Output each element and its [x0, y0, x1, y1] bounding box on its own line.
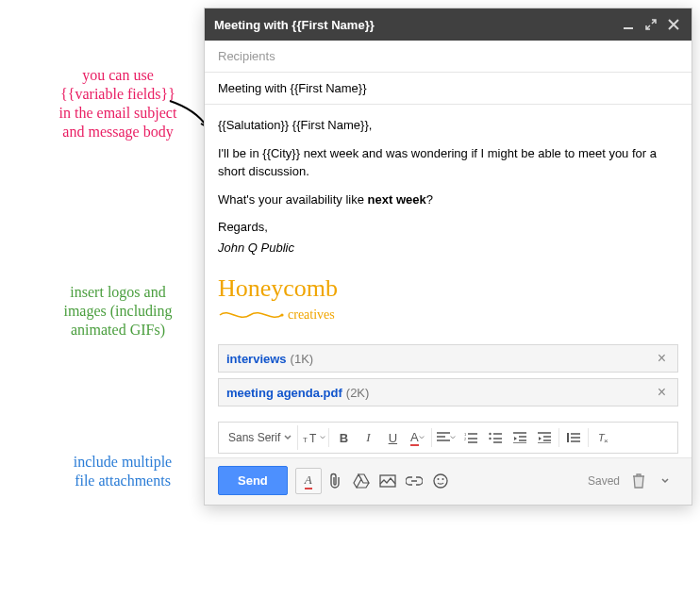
drive-icon	[353, 473, 370, 489]
compose-window: Meeting with {{First Name}} Recipients M…	[204, 8, 692, 506]
emoji-icon	[433, 473, 448, 489]
chevron-down-icon	[419, 435, 425, 440]
logo-image: Honeycomb creatives	[218, 266, 678, 328]
chevron-down-icon	[320, 435, 325, 440]
bottom-toolbar: Send A Saved	[205, 457, 692, 505]
bullet-list-button[interactable]	[483, 425, 508, 450]
subject-field[interactable]: Meeting with {{First Name}}	[205, 73, 692, 105]
attachment-item: meeting agenda.pdf (2K) ×	[218, 378, 678, 406]
quote-button[interactable]	[561, 425, 586, 450]
chevron-down-icon	[450, 435, 456, 440]
svg-point-1	[280, 313, 283, 316]
send-button[interactable]: Send	[218, 466, 288, 495]
svg-text:2: 2	[464, 437, 467, 441]
titlebar: Meeting with {{First Name}}	[205, 8, 692, 41]
annotation-attachments: include multiple file attachments	[47, 453, 198, 490]
attachment-size: (2K)	[346, 386, 370, 400]
annotation-insert-images: insert logos and images (including anima…	[38, 283, 198, 340]
font-family-select[interactable]: Sans Serif	[223, 425, 298, 450]
formatting-toggle-button[interactable]: A	[295, 468, 322, 494]
svg-text:×: ×	[604, 437, 608, 444]
indent-more-button[interactable]	[532, 425, 557, 450]
close-button[interactable]	[665, 16, 682, 33]
format-toolbar: Sans Serif TT B I U A 12 T×	[218, 422, 678, 454]
underline-button[interactable]: U	[380, 425, 405, 450]
window-title: Meeting with {{First Name}}	[214, 18, 614, 32]
link-icon	[406, 476, 423, 486]
attachment-remove-button[interactable]: ×	[654, 385, 670, 400]
swirl-icon	[218, 307, 284, 323]
insert-link-button[interactable]	[401, 468, 427, 494]
attachments-list: interviews (1K) × meeting agenda.pdf (2K…	[205, 340, 692, 418]
attachment-remove-button[interactable]: ×	[654, 351, 670, 366]
message-body[interactable]: {{Salutation}} {{First Name}}, I'll be i…	[205, 105, 692, 340]
more-options-button[interactable]	[652, 468, 678, 494]
attachment-name[interactable]: interviews	[226, 352, 287, 366]
attachment-item: interviews (1K) ×	[218, 344, 678, 373]
font-size-button[interactable]: TT	[302, 425, 326, 450]
svg-point-11	[434, 474, 447, 488]
minimize-button[interactable]	[620, 16, 637, 33]
chevron-down-icon	[284, 434, 292, 441]
discard-button[interactable]	[625, 468, 652, 494]
body-signature: John Q Public	[218, 239, 678, 257]
remove-format-button[interactable]: T×	[591, 425, 615, 450]
indent-less-button[interactable]	[508, 425, 532, 450]
logo-name: Honeycomb	[218, 270, 678, 307]
trash-icon	[632, 473, 645, 489]
minimize-icon	[623, 19, 634, 30]
body-regards: Regards,	[218, 218, 678, 237]
text-color-button[interactable]: A	[405, 425, 429, 450]
numbered-list-button[interactable]: 12	[458, 425, 483, 450]
photo-icon	[379, 474, 396, 488]
svg-text:T: T	[309, 432, 317, 444]
svg-point-6	[490, 433, 492, 435]
insert-drive-button[interactable]	[348, 468, 375, 494]
svg-text:T: T	[303, 436, 308, 444]
svg-point-12	[437, 478, 439, 480]
close-icon	[668, 19, 679, 30]
body-greeting: {{Salutation}} {{First Name}},	[218, 116, 678, 135]
bold-button[interactable]: B	[331, 425, 356, 450]
expand-icon	[645, 19, 657, 30]
insert-photo-button[interactable]	[375, 468, 401, 494]
align-button[interactable]	[434, 425, 458, 450]
chevron-down-icon	[661, 477, 669, 485]
attachment-size: (1K)	[291, 352, 314, 366]
attach-file-button[interactable]	[322, 468, 348, 494]
save-status: Saved	[588, 474, 620, 488]
logo-subtitle: creatives	[218, 305, 678, 324]
body-question: What's your availability like next week?	[218, 191, 678, 209]
svg-point-13	[442, 478, 443, 480]
paperclip-icon	[327, 473, 342, 489]
attachment-name[interactable]: meeting agenda.pdf	[226, 386, 342, 400]
expand-button[interactable]	[642, 16, 659, 33]
svg-point-7	[490, 438, 492, 439]
insert-emoji-button[interactable]	[427, 468, 454, 494]
italic-button[interactable]: I	[356, 425, 380, 450]
body-paragraph: I'll be in {{City}} next week and was wo…	[218, 144, 678, 181]
recipients-field[interactable]: Recipients	[205, 41, 692, 73]
